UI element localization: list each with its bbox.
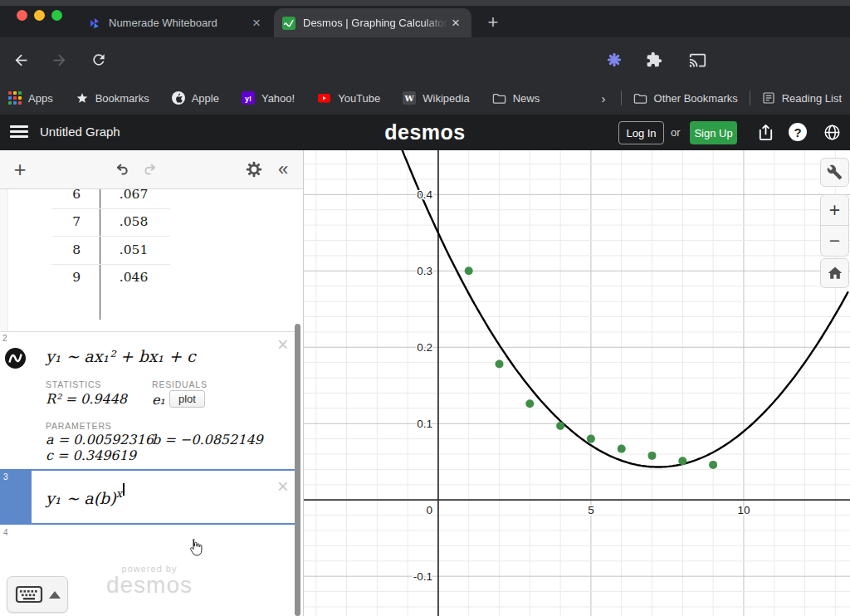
- default-viewport-button[interactable]: [820, 258, 849, 288]
- svg-text:0.3: 0.3: [417, 265, 432, 277]
- table-cell-x[interactable]: 8: [0, 242, 81, 257]
- cast-button[interactable]: [686, 49, 708, 71]
- forward-button[interactable]: [48, 49, 70, 71]
- sign-up-button[interactable]: Sign Up: [690, 121, 737, 144]
- extension-flower-button[interactable]: [603, 49, 625, 71]
- tab-close-icon[interactable]: ×: [448, 16, 463, 30]
- equation-exponent: x: [116, 487, 122, 500]
- globe-icon: [823, 123, 842, 142]
- main-menu-button[interactable]: [10, 125, 28, 140]
- bookmark-label: Yahoo!: [261, 92, 295, 105]
- wrench-icon: [827, 164, 843, 180]
- new-tab-button[interactable]: +: [481, 12, 505, 33]
- table-cell-x[interactable]: 7: [0, 214, 81, 229]
- table-cell-y[interactable]: .058: [100, 214, 168, 229]
- show-keyboard-button[interactable]: [7, 576, 68, 613]
- other-bookmarks-button[interactable]: Other Bookmarks: [633, 92, 738, 105]
- remove-expression-icon[interactable]: ×: [277, 335, 288, 354]
- reload-icon: [90, 51, 107, 68]
- tab-numerade[interactable]: Numerade Whiteboard ×: [80, 8, 272, 37]
- macos-window-controls: [17, 10, 62, 21]
- text-cursor: [123, 483, 125, 496]
- folder-icon: [633, 92, 647, 105]
- table-row[interactable]: 7 .058: [0, 208, 296, 237]
- table-cell-y[interactable]: .051: [100, 242, 168, 257]
- bookmark-youtube[interactable]: YouTube: [317, 91, 380, 105]
- window-titlebar: [0, 0, 850, 6]
- macos-minimize-button[interactable]: [34, 10, 45, 21]
- tab-close-icon[interactable]: ×: [249, 16, 264, 30]
- add-expression-button[interactable]: +: [8, 158, 32, 181]
- expression-2-equation[interactable]: y₁ ~ ax₁² + bx₁ + c: [46, 347, 196, 365]
- bookmark-label: Wikipedia: [423, 92, 469, 105]
- bookmark-yahoo[interactable]: y! Yahoo!: [242, 91, 295, 105]
- macos-zoom-button[interactable]: [51, 10, 62, 21]
- watermark-brand: desmos: [58, 572, 241, 599]
- back-button[interactable]: [10, 49, 32, 71]
- table-row[interactable]: 8 .051: [0, 236, 296, 264]
- tab-strip: Numerade Whiteboard × Desmos | Graphing …: [0, 0, 850, 37]
- bookmark-label: Apple: [192, 92, 219, 105]
- panel-scrollbar-thumb[interactable]: [295, 324, 300, 616]
- bookmark-label: Apps: [28, 92, 53, 105]
- expression-3-equation[interactable]: y₁ ~ a(b)x: [46, 489, 125, 507]
- svg-text:5: 5: [588, 504, 594, 516]
- svg-text:10: 10: [737, 504, 750, 516]
- expression-index: 3: [3, 472, 8, 482]
- graph-paper[interactable]: -0.10.10.20.30.40510 + −: [303, 150, 850, 616]
- wikipedia-icon: W: [403, 91, 416, 105]
- svg-text:0.4: 0.4: [417, 188, 432, 201]
- svg-text:y!: y!: [245, 95, 252, 103]
- bookmark-label: News: [513, 92, 540, 105]
- table-row-divider: [51, 208, 170, 209]
- table-cell-x[interactable]: 9: [0, 270, 81, 285]
- plot-residuals-button[interactable]: plot: [169, 390, 205, 408]
- bookmarks-bar: Apps Bookmarks Apple y! Yahoo! YouTube W…: [0, 81, 850, 115]
- table-row[interactable]: 9 .046: [0, 264, 296, 292]
- tab-title: Desmos | Graphing Calculator: [303, 17, 448, 29]
- zoom-in-button[interactable]: +: [821, 195, 848, 226]
- export-graph-button[interactable]: [755, 121, 776, 143]
- export-icon: [756, 123, 775, 142]
- graph-canvas[interactable]: -0.10.10.20.30.40510: [304, 150, 850, 616]
- bookmark-bookmarks[interactable]: Bookmarks: [76, 91, 149, 105]
- remove-expression-icon[interactable]: ×: [277, 477, 288, 496]
- reload-button[interactable]: [88, 49, 110, 71]
- language-button[interactable]: [821, 121, 843, 143]
- forward-icon: [51, 51, 68, 69]
- apple-icon: [172, 91, 185, 105]
- collapse-panel-button[interactable]: «: [271, 158, 295, 181]
- expression-gutter[interactable]: 3: [0, 471, 32, 523]
- log-in-button[interactable]: Log In: [618, 121, 664, 144]
- help-button[interactable]: ?: [789, 123, 807, 141]
- extensions-button[interactable]: [643, 49, 665, 71]
- bookmark-wikipedia[interactable]: W Wikipedia: [403, 91, 469, 105]
- redo-button[interactable]: [139, 158, 163, 181]
- expression-2[interactable]: 2 × y₁ ~ ax₁² + bx₁ + c STATISTICS R² = …: [0, 331, 296, 469]
- table-cell-y[interactable]: .046: [100, 270, 168, 285]
- reading-list-button[interactable]: Reading List: [762, 91, 842, 105]
- expression-4-index[interactable]: 4: [3, 528, 8, 537]
- bookmark-news-folder[interactable]: News: [492, 92, 540, 105]
- graph-settings-button[interactable]: [242, 158, 266, 181]
- cast-icon: [689, 51, 706, 69]
- expression-3-selected[interactable]: 3 y₁ ~ a(b)x ×: [0, 469, 296, 525]
- tab-desmos[interactable]: Desmos | Graphing Calculator ×: [274, 8, 471, 37]
- table-row-divider: [51, 236, 170, 237]
- expression-panel: + « 6 .067 7 .058 8 .051 9 .046: [0, 150, 303, 616]
- home-icon: [827, 265, 843, 281]
- macos-close-button[interactable]: [17, 10, 27, 21]
- residuals-label: RESIDUALS: [152, 379, 208, 389]
- graph-tools-button[interactable]: [820, 158, 849, 187]
- tab-title: Numerade Whiteboard: [109, 17, 249, 29]
- bookmark-apps[interactable]: Apps: [8, 91, 53, 105]
- undo-button[interactable]: [110, 158, 133, 181]
- zoom-out-button[interactable]: −: [821, 226, 848, 256]
- graph-title[interactable]: Untitled Graph: [40, 125, 120, 139]
- bookmarks-overflow-button[interactable]: ›: [602, 91, 606, 105]
- bookmark-apple[interactable]: Apple: [172, 91, 219, 105]
- regression-curve-icon[interactable]: [4, 347, 27, 369]
- undo-icon: [112, 160, 130, 178]
- bookmark-label: YouTube: [338, 92, 380, 105]
- bookmark-label: Bookmarks: [95, 92, 149, 105]
